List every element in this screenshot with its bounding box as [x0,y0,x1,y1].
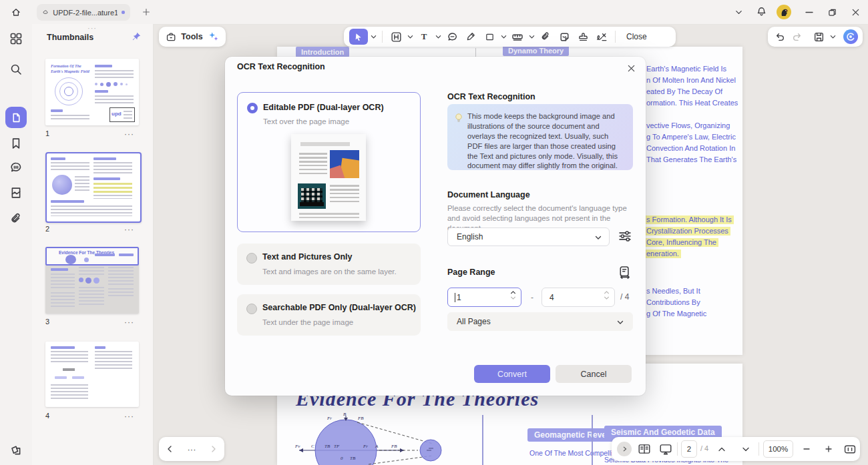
radio-selected[interactable] [247,103,258,113]
zoom-level-input[interactable]: 100% [763,440,793,458]
option-searchable-pdf[interactable]: Searchable PDF Only (Dual-layer OCR) Tex… [237,294,421,336]
thumb1-dots-diagram [95,81,134,87]
prev-page-chevron-icon[interactable] [714,442,729,456]
page-flip-icon[interactable] [9,444,23,457]
language-select[interactable]: English [447,227,610,246]
doc-line: Convection And Rotation In [646,144,735,152]
doc-line: n Of Molten Iron And Nickel [646,76,736,84]
text-tool[interactable]: T [415,29,433,45]
restore-button[interactable] [828,8,837,17]
updf-ai-icon[interactable] [843,29,859,45]
select-tool-chevron-icon[interactable] [369,29,377,45]
dialog-close-icon[interactable] [624,61,638,75]
thumb4-menu[interactable]: ··· [124,412,134,421]
page-from-input[interactable]: 1 [447,288,521,307]
page-from-spinner[interactable] [510,291,516,300]
cancel-button[interactable]: Cancel [556,365,632,383]
page-range-icon[interactable] [618,265,632,280]
save-chevron-icon[interactable] [830,35,836,39]
next-page-chevron-icon[interactable] [738,442,753,456]
home-icon[interactable] [11,7,21,17]
notifications-bell-icon[interactable] [756,6,767,17]
new-tab-button[interactable] [142,7,151,17]
thumbnail-page-3[interactable]: Evidence For The Theories [45,247,139,314]
language-settings-icon[interactable] [618,229,632,244]
thumbnail-page-2[interactable] [45,152,142,223]
convert-button[interactable]: Convert [474,365,550,383]
thumb1-menu[interactable]: ··· [124,129,134,139]
doc-line-highlighted: Crystallization Processes [644,227,730,236]
zoom-out-icon[interactable] [799,442,814,456]
select-tool[interactable] [349,29,368,45]
collapse-bar-button[interactable] [617,442,632,456]
app-window: UPDF-2-file...ature111(2) [0,0,868,465]
presentation-icon[interactable] [658,442,673,456]
svg-text:FB: FB [357,416,364,421]
avatar[interactable] [777,5,791,19]
sidebar-item-comments[interactable] [9,161,23,174]
page-to-spinner[interactable] [604,291,610,300]
option-text-pictures[interactable]: Text and Pictures Only Text and images a… [237,244,421,285]
page-to-input[interactable]: 4 [541,288,615,307]
save-icon[interactable] [813,31,825,43]
panel-drag-handle[interactable]: ··· [85,27,99,32]
document-tab[interactable]: UPDF-2-file...ature111(2) [37,4,130,21]
range-mode-chevron-icon [617,320,624,325]
sidebar-item-pages[interactable] [9,186,23,199]
search-icon[interactable] [9,63,23,76]
close-tools-button[interactable]: Close [620,29,653,44]
undo-icon[interactable] [775,31,786,43]
signature-tool[interactable] [593,29,610,45]
shape-tool-chevron-icon[interactable] [499,29,507,45]
zoom-in-icon[interactable] [821,442,836,456]
thumb4-number: 4 [45,412,49,420]
thumb1-title: Formation Of TheEarth's Magnetic Field [51,64,89,74]
text-tool-chevron-icon[interactable] [434,29,442,45]
shape-tool[interactable] [481,29,498,45]
redo-icon[interactable] [791,31,803,43]
doc-line-highlighted: eneration. [644,250,681,258]
thumbnails-panel: ··· Thumbnails Formation Of TheEarth's M… [32,24,154,465]
radio-unselected[interactable] [246,253,257,264]
thumb3-menu[interactable]: ··· [124,318,134,327]
pin-icon[interactable] [131,31,142,42]
thumbnail-page-4[interactable] [45,342,139,407]
ai-sparkles-icon[interactable] [208,31,219,43]
unsaved-dot-icon [122,11,125,14]
thumb2-menu[interactable]: ··· [124,225,134,234]
heading-tool-chevron-icon[interactable] [406,29,414,45]
close-window-button[interactable] [851,8,860,17]
more-dots[interactable]: ··· [187,444,196,454]
reading-view-icon[interactable] [637,442,652,456]
highlighter-tool[interactable] [462,29,479,45]
next-chevron-icon[interactable] [210,445,217,453]
page-from-value: 1 [457,293,461,302]
heading-tool[interactable] [387,29,405,45]
attach-tool[interactable] [537,29,554,45]
prev-chevron-icon[interactable] [166,445,173,453]
sidebar-item-thumbnails[interactable] [5,107,27,128]
range-mode-select[interactable]: All Pages [447,312,633,331]
comment-tool[interactable] [443,29,461,45]
page-range-heading: Page Range [447,268,495,277]
sidebar-item-bookmarks[interactable] [9,137,23,150]
radio-unselected[interactable] [246,304,257,314]
toolbox-icon [166,31,176,43]
measure-tool[interactable] [509,29,526,45]
minimize-button[interactable] [805,11,813,13]
stamp-tool[interactable] [574,29,592,45]
titlebar-chevron-down-icon[interactable] [734,9,743,16]
svg-text:Fv: Fv [294,444,300,449]
forces-diagram: Fr B FB Fv C TB TF Fr A FB 0 TB [294,410,487,465]
measure-tool-chevron-icon[interactable] [527,29,535,45]
sticker-tool[interactable] [556,29,573,45]
apps-grid-icon[interactable] [9,32,23,45]
tools-button[interactable]: Tools [159,27,226,47]
thumbnail-page-1[interactable]: Formation Of TheEarth's Magnetic Field u… [45,59,139,125]
page-number-input[interactable]: 2 [681,440,697,458]
fit-width-icon[interactable] [843,442,857,456]
svg-text:B: B [343,412,347,417]
option-editable-pdf[interactable]: Editable PDF (Dual-layer OCR) Text over … [237,92,421,232]
edit-toolbar: T Close [344,27,676,47]
sidebar-item-attachments[interactable] [9,212,23,225]
